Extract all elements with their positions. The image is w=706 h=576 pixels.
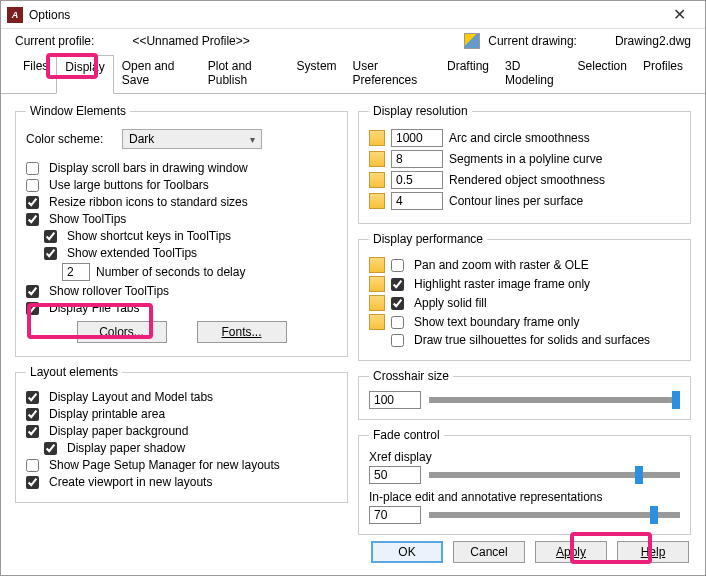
lbl-scroll-bars: Display scroll bars in drawing window: [49, 161, 248, 175]
drawing-icon: [369, 276, 385, 292]
lbl-polyline-segments: Segments in a polyline curve: [449, 152, 602, 166]
chk-scroll-bars[interactable]: [26, 162, 39, 175]
lbl-rendered-smoothness: Rendered object smoothness: [449, 173, 605, 187]
input-inplace-fade[interactable]: [369, 506, 421, 524]
legend-crosshair-size: Crosshair size: [369, 369, 453, 383]
chk-rollover-tooltips[interactable]: [26, 285, 39, 298]
slider-inplace-fade[interactable]: [429, 512, 680, 518]
lbl-shortcut-keys: Show shortcut keys in ToolTips: [67, 229, 231, 243]
tab-user-preferences[interactable]: User Preferences: [345, 55, 439, 93]
group-fade-control: Fade control Xref display In-place edit …: [358, 428, 691, 535]
input-crosshair-size[interactable]: [369, 391, 421, 409]
lbl-tooltip-seconds: Number of seconds to delay: [96, 265, 245, 279]
chk-paper-background[interactable]: [26, 425, 39, 438]
chk-paper-shadow[interactable]: [44, 442, 57, 455]
tab-files[interactable]: Files: [15, 55, 56, 93]
chevron-down-icon: ▾: [250, 134, 255, 145]
lbl-printable-area: Display printable area: [49, 407, 165, 421]
drawing-icon: [369, 314, 385, 330]
input-tooltip-seconds[interactable]: [62, 263, 90, 281]
lbl-true-silhouettes: Draw true silhouettes for solids and sur…: [414, 333, 650, 347]
tab-display[interactable]: Display: [56, 55, 113, 94]
current-drawing-label: Current drawing:: [488, 34, 577, 48]
lbl-rollover-tooltips: Show rollover ToolTips: [49, 284, 169, 298]
chk-printable-area[interactable]: [26, 408, 39, 421]
cancel-button[interactable]: Cancel: [453, 541, 525, 563]
ok-button[interactable]: OK: [371, 541, 443, 563]
drawing-icon: [369, 130, 385, 146]
tab-selection[interactable]: Selection: [570, 55, 635, 93]
bottom-button-bar: OK Cancel Apply Help: [371, 541, 689, 563]
fonts-button[interactable]: Fonts...: [197, 321, 287, 343]
color-scheme-select[interactable]: Dark ▾: [122, 129, 262, 149]
legend-layout-elements: Layout elements: [26, 365, 122, 379]
color-scheme-label: Color scheme:: [26, 132, 116, 146]
drawing-icon: [369, 295, 385, 311]
group-window-elements: Window Elements Color scheme: Dark ▾ Dis…: [15, 104, 348, 357]
chk-resize-ribbon[interactable]: [26, 196, 39, 209]
tab-bar: Files Display Open and Save Plot and Pub…: [1, 55, 705, 94]
title-bar: A Options ✕: [1, 1, 705, 29]
lbl-contour-lines: Contour lines per surface: [449, 194, 583, 208]
input-arc-smoothness[interactable]: [391, 129, 443, 147]
input-xref-fade[interactable]: [369, 466, 421, 484]
lbl-paper-background: Display paper background: [49, 424, 188, 438]
group-crosshair-size: Crosshair size: [358, 369, 691, 420]
chk-page-setup-manager[interactable]: [26, 459, 39, 472]
lbl-highlight-raster: Highlight raster image frame only: [414, 277, 590, 291]
drawing-icon: [369, 172, 385, 188]
tab-profiles[interactable]: Profiles: [635, 55, 691, 93]
drawing-icon: [369, 151, 385, 167]
drawing-icon: [464, 33, 480, 49]
slider-crosshair-size[interactable]: [429, 397, 680, 403]
drawing-icon: [369, 193, 385, 209]
chk-solid-fill[interactable]: [391, 297, 404, 310]
tab-system[interactable]: System: [289, 55, 345, 93]
lbl-large-buttons: Use large buttons for Toolbars: [49, 178, 209, 192]
help-button[interactable]: Help: [617, 541, 689, 563]
group-layout-elements: Layout elements Display Layout and Model…: [15, 365, 348, 503]
input-rendered-smoothness[interactable]: [391, 171, 443, 189]
lbl-text-boundary: Show text boundary frame only: [414, 315, 579, 329]
chk-create-viewport[interactable]: [26, 476, 39, 489]
lbl-create-viewport: Create viewport in new layouts: [49, 475, 212, 489]
chk-shortcut-keys[interactable]: [44, 230, 57, 243]
lbl-file-tabs: Display File Tabs: [49, 301, 139, 315]
chk-large-buttons[interactable]: [26, 179, 39, 192]
group-display-resolution: Display resolution Arc and circle smooth…: [358, 104, 691, 224]
colors-button[interactable]: Colors...: [77, 321, 167, 343]
lbl-paper-shadow: Display paper shadow: [67, 441, 185, 455]
lbl-arc-smoothness: Arc and circle smoothness: [449, 131, 590, 145]
group-display-performance: Display performance Pan and zoom with ra…: [358, 232, 691, 361]
lbl-inplace-edit: In-place edit and annotative representat…: [369, 490, 680, 504]
input-polyline-segments[interactable]: [391, 150, 443, 168]
chk-text-boundary[interactable]: [391, 316, 404, 329]
drawing-icon: [369, 257, 385, 273]
window-title: Options: [29, 8, 659, 22]
legend-fade-control: Fade control: [369, 428, 444, 442]
close-button[interactable]: ✕: [659, 5, 699, 24]
tab-open-and-save[interactable]: Open and Save: [114, 55, 200, 93]
legend-display-performance: Display performance: [369, 232, 487, 246]
tab-3d-modeling[interactable]: 3D Modeling: [497, 55, 570, 93]
chk-show-tooltips[interactable]: [26, 213, 39, 226]
chk-layout-model-tabs[interactable]: [26, 391, 39, 404]
chk-true-silhouettes[interactable]: [391, 334, 404, 347]
apply-button[interactable]: Apply: [535, 541, 607, 563]
color-scheme-value: Dark: [129, 132, 154, 146]
lbl-xref-display: Xref display: [369, 450, 680, 464]
lbl-page-setup-manager: Show Page Setup Manager for new layouts: [49, 458, 280, 472]
lbl-solid-fill: Apply solid fill: [414, 296, 487, 310]
chk-pan-zoom-raster[interactable]: [391, 259, 404, 272]
chk-file-tabs[interactable]: [26, 302, 39, 315]
chk-extended-tooltips[interactable]: [44, 247, 57, 260]
tab-plot-and-publish[interactable]: Plot and Publish: [200, 55, 289, 93]
slider-xref-fade[interactable]: [429, 472, 680, 478]
lbl-extended-tooltips: Show extended ToolTips: [67, 246, 197, 260]
chk-highlight-raster[interactable]: [391, 278, 404, 291]
current-profile-value: <<Unnamed Profile>>: [132, 34, 249, 48]
tab-drafting[interactable]: Drafting: [439, 55, 497, 93]
header-row: Current profile: <<Unnamed Profile>> Cur…: [1, 29, 705, 55]
input-contour-lines[interactable]: [391, 192, 443, 210]
current-profile-label: Current profile:: [15, 34, 94, 48]
